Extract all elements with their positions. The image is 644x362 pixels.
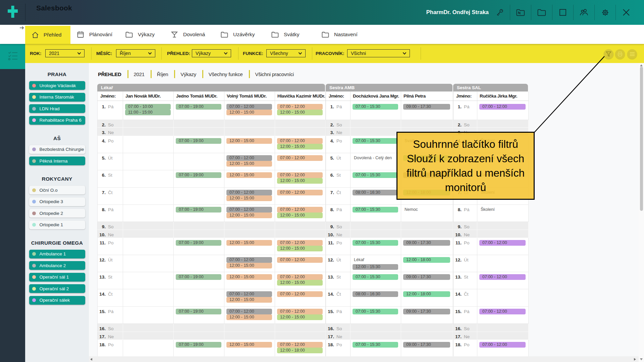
shift-chip[interactable]: 07:00 - 19:00	[176, 172, 221, 178]
filter-select-funkce[interactable]: Všechny	[266, 49, 306, 57]
shift-chip[interactable]: 12:00 - 15:00	[277, 314, 323, 320]
shift-chip[interactable]: 09:00 - 17:30	[403, 104, 450, 110]
person-column-header[interactable]: Hlavička Kazimír MUDr.	[275, 92, 326, 101]
shift-chip[interactable]: 07:00 - 12:00	[479, 104, 526, 110]
shift-chip[interactable]: 07:00 - 12:00	[226, 309, 272, 314]
shift-chip[interactable]: 07:00 - 19:00	[176, 342, 221, 348]
sidebar-item-operac-ni-sa-l-2[interactable]: Operační sál 2	[29, 284, 85, 293]
shift-chip[interactable]: 07:00 - 12:00	[479, 342, 526, 348]
schedule-cell[interactable]: 07:00 - 12:00	[477, 238, 529, 255]
breadcrumb-item[interactable]: Všichni pracovníci	[255, 71, 294, 77]
schedule-cell[interactable]: 07:00 - 15:30	[351, 272, 401, 289]
sidebar-item-ortopedie-3[interactable]: Ortopedie 3	[29, 197, 85, 206]
breadcrumb-item[interactable]: Říjen	[157, 71, 168, 77]
filter-select-pracovnik[interactable]: Všichni	[347, 49, 410, 57]
shift-chip[interactable]: 07:00 - 19:00	[176, 309, 221, 314]
schedule-cell[interactable]: 07:00 - 12:00	[477, 272, 529, 289]
shift-chip[interactable]: 07:00 - 12:00	[277, 155, 323, 161]
shift-chip[interactable]: 12:00 - 15:00	[226, 263, 272, 268]
breadcrumb-item[interactable]: Všechny funkce	[209, 71, 243, 77]
person-column-header[interactable]: Docházková Jana Mgr.	[351, 92, 401, 101]
gear-button[interactable]	[597, 0, 613, 25]
schedule-cell[interactable]: 12:00 - 18:00	[401, 255, 453, 272]
shift-chip[interactable]: 12:00 - 15:00	[277, 246, 323, 251]
schedule-cell[interactable]	[123, 205, 174, 222]
schedule-cell[interactable]	[123, 136, 174, 153]
schedule-cell[interactable]: Dovolená - Celý den	[351, 153, 401, 170]
shift-note[interactable]: Školení	[477, 207, 528, 213]
tab-uzaverky[interactable]: Uzávěrky	[220, 25, 255, 44]
schedule-cell[interactable]: 07:00 - 15:30	[351, 340, 401, 356]
schedule-cell[interactable]: 07:00 - 19:00	[174, 238, 224, 255]
schedule-cell[interactable]	[224, 120, 275, 128]
schedule-cell[interactable]: Školení	[477, 205, 529, 222]
schedule-cell[interactable]: 07:00 - 19:00	[174, 307, 224, 324]
schedule-cell[interactable]	[123, 170, 174, 188]
shift-chip[interactable]: 07:00 - 12:00	[277, 172, 323, 178]
schedule-cell[interactable]	[477, 332, 529, 340]
schedule-cell[interactable]: 07:00 - 12:0012:00 - 18:00	[275, 340, 326, 356]
schedule-cell[interactable]	[401, 332, 453, 340]
scroll-down-icon[interactable]	[640, 358, 643, 360]
schedule-cell[interactable]: 08:00 - 16:30	[351, 289, 401, 307]
shift-chip[interactable]: 07:00 - 12:00	[277, 190, 323, 195]
shift-chip[interactable]: 07:00 - 12:00	[277, 240, 323, 246]
shift-note[interactable]: Nemoc	[401, 207, 453, 213]
schedule-cell[interactable]: 07:00 - 12:0012:00 - 15:00	[275, 101, 326, 120]
schedule-cell[interactable]	[174, 289, 224, 307]
schedule-cell[interactable]	[401, 230, 453, 238]
filter-select-mesic[interactable]: Říjen	[116, 49, 155, 57]
schedule-cell[interactable]: 12:00 - 15:00	[224, 340, 275, 356]
schedule-cell[interactable]: 07:00 - 12:0012:00 - 15:00	[224, 205, 275, 222]
schedule-cell[interactable]: 07:00 - 19:00	[174, 170, 224, 188]
shift-chip[interactable]: 12:00 - 18:00	[403, 257, 450, 263]
schedule-cell[interactable]	[401, 324, 453, 332]
shift-chip[interactable]: 09:00 - 17:30	[403, 274, 450, 280]
schedule-cell[interactable]	[123, 153, 174, 170]
shift-chip[interactable]: 07:00 - 19:00	[176, 138, 221, 144]
schedule-cell[interactable]: 07:00 - 15:30	[351, 307, 401, 324]
shift-chip[interactable]: 12:00 - 15:00	[277, 280, 323, 286]
sidebar-item-ambulance-2[interactable]: Ambulance 2	[29, 261, 85, 270]
shift-chip[interactable]: 07:00 - 12:00	[277, 257, 323, 263]
shift-chip[interactable]: 12:00 - 15:00	[226, 195, 272, 201]
menu-button[interactable]	[627, 49, 637, 59]
shift-chip[interactable]: 07:00 - 15:30	[353, 309, 398, 314]
schedule-cell[interactable]	[123, 289, 174, 307]
schedule-cell[interactable]: Nemoc	[401, 205, 453, 222]
sidebar-item-ortopedie-2[interactable]: Ortopedie 2	[29, 209, 85, 218]
schedule-cell[interactable]	[174, 153, 224, 170]
shift-chip[interactable]: 12:00 - 15:00	[277, 144, 323, 149]
shift-chip[interactable]: 12:00 - 15:30	[353, 264, 398, 270]
breadcrumb-item[interactable]: Výkazy	[180, 71, 196, 77]
schedule-cell[interactable]	[477, 120, 529, 128]
vertical-scrollbar-thumb[interactable]	[640, 67, 643, 211]
shift-chip[interactable]: 07:00 - 15:30	[353, 342, 398, 348]
schedule-cell[interactable]: 12:00 - 15:00	[224, 170, 275, 188]
sidebar-item-oc-ni-o-o[interactable]: Oční O.o	[29, 186, 85, 194]
schedule-cell[interactable]: 07:00 - 19:00	[174, 136, 224, 153]
folder-button[interactable]	[533, 0, 550, 25]
schedule-cell[interactable]	[123, 272, 174, 289]
person-column-header[interactable]: Jedno Tomáš MUDr.	[174, 92, 224, 101]
schedule-cell[interactable]: 12:00 - 15:00	[224, 238, 275, 255]
shift-chip[interactable]: 07:00 - 12:00	[226, 257, 272, 263]
shift-chip[interactable]: 12:00 - 18:00	[277, 348, 323, 353]
shift-chip[interactable]: 07:00 - 19:00	[176, 240, 221, 246]
vertical-scrollbar[interactable]	[639, 63, 644, 362]
schedule-cell[interactable]: 07:00 - 12:00	[275, 188, 326, 205]
schedule-cell[interactable]: 07:00 - 12:00	[275, 153, 326, 170]
shift-chip[interactable]: 07:00 - 12:00	[277, 207, 323, 213]
checklist-button[interactable]	[0, 44, 25, 69]
shift-chip[interactable]: 07:00 - 12:00	[479, 309, 526, 314]
schedule-cell[interactable]: 07:00 - 12:00	[477, 101, 529, 120]
sidebar-item-ldn-hrad[interactable]: LDN Hrad	[29, 104, 85, 113]
schedule-cell[interactable]	[224, 324, 275, 332]
schedule-cell[interactable]: 07:00 - 12:0012:00 - 15:00	[275, 307, 326, 324]
schedule-cell[interactable]: 07:00 - 12:0012:00 - 15:00	[275, 170, 326, 188]
key-button[interactable]	[491, 0, 508, 25]
sidebar-item-ambulance-1[interactable]: Ambulance 1	[29, 250, 85, 258]
shift-chip[interactable]: 07:00 - 12:00	[479, 240, 526, 246]
people-button[interactable]	[576, 0, 592, 25]
schedule-cell[interactable]	[123, 307, 174, 324]
